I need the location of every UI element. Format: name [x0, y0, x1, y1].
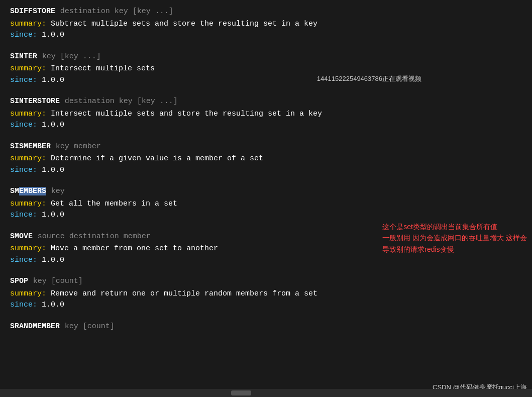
user-watermark: 144115222549463786正在观看视频 — [317, 74, 421, 83]
spop-summary: summary: Remove and return one or multip… — [10, 288, 522, 300]
sdiffstore-since-label: since: — [10, 31, 42, 39]
sinterstore-summary-text: Intersect multiple sets and store the re… — [51, 110, 322, 118]
command-spop: SPOP key [count] summary: Remove and ret… — [10, 275, 522, 311]
sinter-since-label: since: — [10, 76, 42, 84]
smembers-summary-label: summary: — [10, 200, 51, 208]
sinterstore-summary-label: summary: — [10, 110, 51, 118]
smove-since-value: 1.0.0 — [42, 256, 64, 264]
spop-args: key [count] — [33, 277, 83, 285]
smembers-summary-text: Get all the members in a set — [51, 200, 177, 208]
sdiffstore-summary: summary: Subtract multiple sets and stor… — [10, 19, 522, 30]
sismember-args: key member — [56, 142, 101, 151]
command-sinterstore: SINTERSTORE destination key [key ...] su… — [10, 95, 522, 131]
sismember-name: SISMEMBER — [10, 142, 51, 151]
annotation-line3: 导致别的请求redis变慢 — [382, 244, 527, 255]
smembers-args: key — [51, 187, 65, 195]
srandmember-args: key [count] — [65, 322, 115, 331]
sdiffstore-args: destination key [key ...] — [60, 7, 173, 16]
smembers-name-prefix: SM — [10, 187, 19, 195]
main-content: SDIFFSTORE destination key [key ...] sum… — [0, 0, 532, 346]
smembers-since-label: since: — [10, 211, 42, 219]
command-srandmember: SRANDMEMBER key [count] — [10, 320, 522, 333]
smove-since: since: 1.0.0 — [10, 255, 522, 266]
spop-summary-label: summary: — [10, 289, 51, 298]
smove-summary-text: Move a member from one set to another — [51, 244, 218, 253]
sinter-summary-text: Intersect multiple sets — [51, 64, 155, 73]
annotation-line1: 这个是set类型的调出当前集合所有值 — [382, 221, 527, 232]
smembers-name-highlight: EMBERS — [19, 187, 46, 195]
command-sdiffstore: SDIFFSTORE destination key [key ...] sum… — [10, 5, 522, 41]
sinterstore-summary: summary: Intersect multiple sets and sto… — [10, 109, 522, 120]
smove-name: SMOVE — [10, 232, 33, 241]
annotation-box: 这个是set类型的调出当前集合所有值 一般别用 因为会造成网口的吞吐量增大 这样… — [382, 221, 527, 255]
srandmember-command-line: SRANDMEMBER key [count] — [10, 320, 522, 333]
sismember-summary: summary: Determine if a given value is a… — [10, 153, 522, 165]
sismember-summary-label: summary: — [10, 154, 51, 163]
sinter-command-line: SINTER key [key ...] — [10, 50, 522, 63]
srandmember-name: SRANDMEMBER — [10, 322, 60, 331]
sinterstore-args: destination key [key ...] — [65, 97, 178, 106]
smembers-since: since: 1.0.0 — [10, 210, 522, 221]
sdiffstore-summary-label: summary: — [10, 20, 51, 28]
sinter-summary-label: summary: — [10, 64, 51, 73]
smembers-since-value: 1.0.0 — [42, 211, 64, 219]
spop-command-line: SPOP key [count] — [10, 275, 522, 287]
smembers-summary: summary: Get all the members in a set — [10, 198, 522, 210]
spop-since: since: 1.0.0 — [10, 300, 522, 311]
sinterstore-name: SINTERSTORE — [10, 97, 60, 106]
sinter-since-value: 1.0.0 — [42, 76, 64, 84]
sismember-since-label: since: — [10, 166, 42, 174]
sinterstore-command-line: SINTERSTORE destination key [key ...] — [10, 95, 522, 108]
sinter-since: since: 1.0.0 — [10, 75, 522, 86]
sinter-args: key [key ...] — [42, 52, 101, 61]
spop-summary-text: Remove and return one or multiple random… — [51, 289, 317, 298]
sdiffstore-since: since: 1.0.0 — [10, 30, 522, 41]
command-smembers: SMEMBERS key summary: Get all the member… — [10, 185, 522, 221]
spop-since-label: since: — [10, 301, 42, 309]
command-sismember: SISMEMBER key member summary: Determine … — [10, 140, 522, 176]
command-sinter: SINTER key [key ...] summary: Intersect … — [10, 50, 522, 86]
sinterstore-since: since: 1.0.0 — [10, 120, 522, 131]
sismember-command-line: SISMEMBER key member — [10, 140, 522, 153]
smove-summary-label: summary: — [10, 244, 51, 253]
scrollbar-thumb[interactable] — [231, 390, 251, 395]
sdiffstore-command-line: SDIFFSTORE destination key [key ...] — [10, 5, 522, 18]
sismember-summary-text: Determine if a given value is a member o… — [51, 154, 263, 163]
scrollbar-bar[interactable] — [0, 389, 532, 397]
sinterstore-since-value: 1.0.0 — [42, 121, 64, 129]
smove-args: source destination member — [38, 232, 151, 241]
sinterstore-since-label: since: — [10, 121, 42, 129]
spop-name: SPOP — [10, 277, 28, 285]
smembers-command-line: SMEMBERS key — [10, 185, 522, 197]
annotation-line2: 一般别用 因为会造成网口的吞吐量增大 这样会 — [382, 232, 527, 243]
sinter-summary: summary: Intersect multiple sets — [10, 63, 522, 75]
smove-since-label: since: — [10, 256, 42, 264]
sdiffstore-summary-text: Subtract multiple sets and store the res… — [51, 20, 317, 28]
sismember-since: since: 1.0.0 — [10, 165, 522, 176]
spop-since-value: 1.0.0 — [42, 301, 64, 309]
sinter-name: SINTER — [10, 52, 37, 61]
sismember-since-value: 1.0.0 — [42, 166, 64, 174]
sdiffstore-since-value: 1.0.0 — [42, 31, 64, 39]
sdiffstore-name: SDIFFSTORE — [10, 7, 55, 16]
